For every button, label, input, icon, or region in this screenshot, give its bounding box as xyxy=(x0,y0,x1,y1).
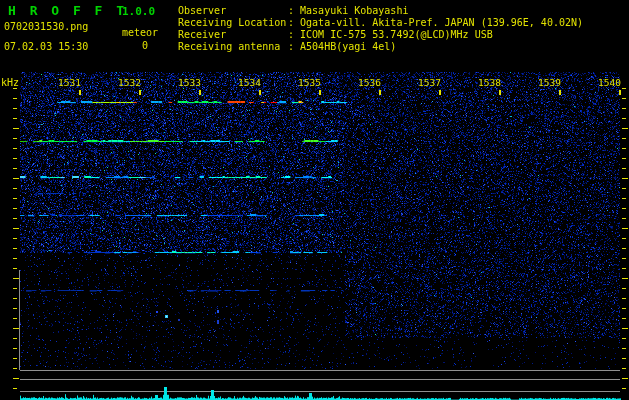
observation-row-value: Ogata-vill. Akita-Pref. JAPAN (139.96E, … xyxy=(300,17,583,28)
observation-row-colon: : xyxy=(288,5,300,16)
observation-row-value: ICOM IC-575 53.7492(@LCD)MHz USB xyxy=(300,29,493,40)
observation-row-0: Observer: Masayuki Kobayashi xyxy=(178,5,583,17)
time-tick-label-1536: 1536 xyxy=(357,78,381,88)
observation-row-colon: : xyxy=(288,17,300,28)
time-tick-label-1531: 1531 xyxy=(57,78,81,88)
time-tick-label-1535: 1535 xyxy=(297,78,321,88)
observation-row-label: Receiving antenna xyxy=(178,41,288,53)
app-title: H R O F F T xyxy=(8,3,127,18)
observation-row-value: Masayuki Kobayashi xyxy=(300,5,408,16)
spectrogram-canvas xyxy=(0,0,629,400)
time-tick-label-1540: 1540 xyxy=(597,78,621,88)
hrofft-window: H R O F F T 1.0.0 0702031530.png meteor … xyxy=(0,0,629,400)
observation-row-3: Receiving antenna: A504HB(yagi 4el) xyxy=(178,41,583,53)
time-tick-label-1533: 1533 xyxy=(177,78,201,88)
time-tick-label-1534: 1534 xyxy=(237,78,261,88)
observation-info-block: Observer: Masayuki KobayashiReceiving Lo… xyxy=(178,5,583,53)
observation-row-colon: : xyxy=(288,41,300,52)
observation-row-colon: : xyxy=(288,29,300,40)
observation-row-2: Receiver: ICOM IC-575 53.7492(@LCD)MHz U… xyxy=(178,29,583,41)
meteor-counter-label: meteor xyxy=(122,27,158,39)
meteor-counter-value: 0 xyxy=(138,40,152,52)
time-tick-label-1538: 1538 xyxy=(477,78,501,88)
observation-row-label: Receiver xyxy=(178,29,288,41)
output-filename: 0702031530.png xyxy=(4,21,88,33)
time-tick-label-1539: 1539 xyxy=(537,78,561,88)
y-axis-unit-label: kHz xyxy=(1,77,19,89)
observation-row-label: Observer xyxy=(178,5,288,17)
observation-datetime: 07.02.03 15:30 xyxy=(4,41,88,53)
time-tick-label-1537: 1537 xyxy=(417,78,441,88)
app-version: 1.0.0 xyxy=(122,5,155,18)
observation-row-1: Receiving Location: Ogata-vill. Akita-Pr… xyxy=(178,17,583,29)
observation-row-label: Receiving Location xyxy=(178,17,288,29)
observation-row-value: A504HB(yagi 4el) xyxy=(300,41,396,52)
time-tick-label-1532: 1532 xyxy=(117,78,141,88)
